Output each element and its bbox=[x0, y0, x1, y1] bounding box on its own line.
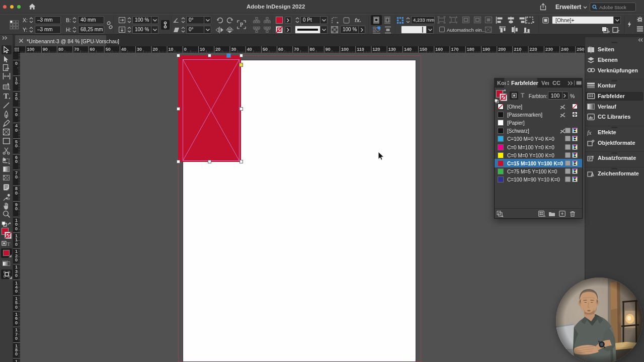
svg-text:0: 0 bbox=[15, 112, 18, 117]
svg-text:0: 0 bbox=[15, 174, 18, 179]
svg-text:70: 70 bbox=[74, 47, 79, 52]
svg-text:60: 60 bbox=[90, 47, 95, 52]
svg-text:0: 0 bbox=[15, 80, 18, 85]
svg-text:0: 0 bbox=[15, 159, 18, 164]
svg-text:10: 10 bbox=[169, 47, 174, 52]
svg-text:20: 20 bbox=[215, 47, 220, 52]
svg-text:80: 80 bbox=[58, 47, 63, 52]
svg-text:0: 0 bbox=[15, 191, 18, 196]
svg-text:40: 40 bbox=[121, 47, 126, 52]
svg-text:0: 0 bbox=[15, 305, 18, 310]
svg-text:0: 0 bbox=[15, 336, 18, 341]
svg-text:0: 0 bbox=[15, 226, 18, 231]
svg-text:90: 90 bbox=[326, 47, 331, 52]
svg-text:T: T bbox=[4, 92, 9, 100]
svg-text:0: 0 bbox=[15, 273, 18, 278]
svg-text:P: P bbox=[240, 21, 244, 28]
svg-text:70: 70 bbox=[294, 47, 299, 52]
svg-text:80: 80 bbox=[310, 47, 315, 52]
svg-text:0: 0 bbox=[15, 257, 18, 262]
svg-text:0: 0 bbox=[15, 143, 18, 148]
svg-text:110: 110 bbox=[357, 47, 364, 52]
svg-text:0: 0 bbox=[15, 128, 18, 133]
svg-text:1: 1 bbox=[15, 359, 18, 362]
svg-text:A: A bbox=[591, 172, 594, 177]
svg-text:0: 0 bbox=[15, 320, 18, 325]
svg-text:30: 30 bbox=[231, 47, 236, 52]
svg-text:40: 40 bbox=[247, 47, 252, 52]
svg-text:0: 0 bbox=[15, 96, 18, 101]
svg-text:90: 90 bbox=[43, 47, 48, 52]
svg-text:50: 50 bbox=[106, 47, 111, 52]
svg-text:0: 0 bbox=[15, 351, 18, 356]
svg-text:60: 60 bbox=[278, 47, 283, 52]
svg-text:0: 0 bbox=[15, 289, 18, 294]
svg-text:50: 50 bbox=[263, 47, 268, 52]
svg-text:T: T bbox=[7, 241, 11, 247]
svg-text:0: 0 bbox=[15, 61, 18, 66]
svg-text:20: 20 bbox=[152, 47, 157, 52]
svg-text:30: 30 bbox=[137, 47, 142, 52]
svg-text:0: 0 bbox=[184, 47, 187, 52]
svg-text:10: 10 bbox=[200, 47, 205, 52]
svg-text:fx: fx bbox=[587, 129, 592, 136]
svg-text:220: 220 bbox=[530, 47, 537, 52]
svg-text:0: 0 bbox=[15, 206, 18, 211]
svg-text:170: 170 bbox=[451, 47, 459, 52]
svg-text:0: 0 bbox=[15, 242, 18, 247]
svg-text:¶: ¶ bbox=[592, 155, 594, 159]
